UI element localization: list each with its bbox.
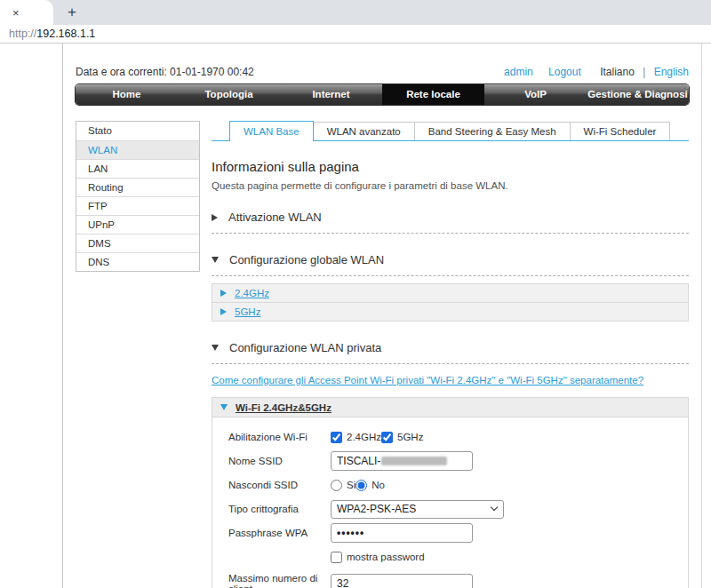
url-host: 192.168.1.1 xyxy=(36,28,95,40)
admin-link[interactable]: admin xyxy=(504,66,533,78)
form-row-max-clients: Massimo numero di client xyxy=(228,573,672,588)
hide-ssid-yes-radio[interactable] xyxy=(331,480,342,491)
sidebar-item-stato[interactable]: Stato xyxy=(76,122,199,140)
wifi-5-checkbox[interactable] xyxy=(381,432,393,443)
new-tab-button[interactable]: + xyxy=(62,3,82,22)
band-bar-24ghz[interactable]: 2.4GHz xyxy=(212,283,689,303)
sidebar-item-dms[interactable]: DMS xyxy=(76,234,199,252)
close-icon[interactable]: × xyxy=(12,7,20,19)
help-link[interactable]: Come configurare gli Access Point Wi-Fi … xyxy=(212,375,643,385)
sidebar-item-upnp[interactable]: UPnP xyxy=(76,215,199,234)
tab-wlan-base[interactable]: WLAN Base xyxy=(229,121,314,141)
ssid-input[interactable] xyxy=(331,451,473,471)
browser-tab[interactable]: × xyxy=(0,0,53,25)
expanded-arrow-icon xyxy=(212,257,219,263)
link-5ghz[interactable]: 5GHz xyxy=(235,306,260,317)
form-row-passphrase: Passphrase WPA xyxy=(228,523,672,543)
language-english[interactable]: English xyxy=(654,66,689,78)
sidebar: Stato WLAN LAN Routing FTP UPnP DMS DNS xyxy=(76,121,200,272)
url-scheme: http:// xyxy=(9,28,36,40)
browser-tab-strip: × + xyxy=(0,0,711,25)
form-row-enable: Abilitazione Wi-Fi 2.4GHz 5GHz xyxy=(228,427,672,447)
form-row-show-password: mostra password xyxy=(228,547,672,567)
wifi-private-box: Wi-Fi 2.4GHz&5GHz Abilitazione Wi-Fi 2.4… xyxy=(212,397,689,588)
section-configurazione-privata[interactable]: Configurazione WLAN privata xyxy=(212,341,689,364)
nav-item-rete-locale[interactable]: Rete locale xyxy=(382,84,484,105)
sidebar-item-dns[interactable]: DNS xyxy=(76,252,199,271)
header-links: admin Logout Italiano | English xyxy=(491,66,689,78)
wifi-24-checkbox[interactable] xyxy=(331,432,342,443)
tab-wifi-scheduler[interactable]: Wi-Fi Scheduler xyxy=(570,122,671,140)
page-title: Informazioni sulla pagina xyxy=(212,159,689,174)
hide-ssid-no-radio[interactable] xyxy=(356,480,367,491)
main-content: WLAN Base WLAN avanzato Band Steering & … xyxy=(212,121,689,588)
nav-item-gestione-diagnosi[interactable]: Gestione & Diagnosi xyxy=(587,84,689,105)
encryption-select[interactable]: WPA2-PSK-AES xyxy=(331,500,504,519)
main-nav: Home Topologia Internet Rete locale VoIP… xyxy=(76,84,689,105)
wlan-tabstrip: WLAN Base WLAN avanzato Band Steering & … xyxy=(212,121,689,141)
nav-item-topologia[interactable]: Topologia xyxy=(178,84,280,105)
sidebar-item-routing[interactable]: Routing xyxy=(76,178,199,196)
passphrase-input[interactable] xyxy=(331,523,473,543)
language-separator: | xyxy=(643,66,645,78)
page-header: Data e ora correnti: 01-01-1970 00:42 ad… xyxy=(76,44,689,78)
nav-item-internet[interactable]: Internet xyxy=(280,84,382,105)
datetime-label: Data e ora correnti: 01-01-1970 00:42 xyxy=(76,66,254,78)
language-italian[interactable]: Italiano xyxy=(600,66,635,78)
nav-item-voip[interactable]: VoIP xyxy=(484,84,587,105)
tab-band-steering-easy-mesh[interactable]: Band Steering & Easy Mesh xyxy=(414,122,571,140)
collapsed-arrow-icon xyxy=(220,308,227,315)
collapsed-arrow-icon xyxy=(220,290,227,297)
band-bar-5ghz[interactable]: 5GHz xyxy=(212,302,689,322)
wifi-private-section-header[interactable]: Wi-Fi 2.4GHz&5GHz xyxy=(212,398,688,417)
global-wlan-bands: 2.4GHz 5GHz xyxy=(212,283,689,322)
nav-item-home[interactable]: Home xyxy=(76,84,178,105)
tab-wlan-avanzato[interactable]: WLAN avanzato xyxy=(313,122,415,140)
plus-icon: + xyxy=(68,4,76,20)
link-24ghz[interactable]: 2.4GHz xyxy=(235,288,269,298)
section-configurazione-globale[interactable]: Configurazione globale WLAN xyxy=(212,253,689,276)
show-password-checkbox[interactable] xyxy=(331,552,342,563)
address-bar[interactable]: http://192.168.1.1 xyxy=(0,25,711,44)
expanded-arrow-icon xyxy=(220,404,228,410)
expanded-arrow-icon xyxy=(212,345,219,351)
logout-link[interactable]: Logout xyxy=(548,66,581,78)
sidebar-item-wlan[interactable]: WLAN xyxy=(76,140,199,159)
page-description: Questa pagina permette di configurare i … xyxy=(212,180,689,191)
form-row-hide-ssid: Nascondi SSID Si No xyxy=(228,475,672,495)
form-row-encryption: Tipo crittografia WPA2-PSK-AES xyxy=(228,499,672,519)
page-container: Data e ora correnti: 01-01-1970 00:42 ad… xyxy=(62,44,702,588)
collapsed-arrow-icon xyxy=(212,214,218,221)
max-clients-input[interactable] xyxy=(331,574,473,588)
sidebar-item-ftp[interactable]: FTP xyxy=(76,196,199,215)
form-row-ssid: Nome SSID xyxy=(228,451,672,471)
wifi-private-form: Abilitazione Wi-Fi 2.4GHz 5GHz Nome SSID xyxy=(212,417,688,588)
section-attivazione-wlan[interactable]: Attivazione WLAN xyxy=(212,211,689,234)
sidebar-item-lan[interactable]: LAN xyxy=(76,159,199,178)
